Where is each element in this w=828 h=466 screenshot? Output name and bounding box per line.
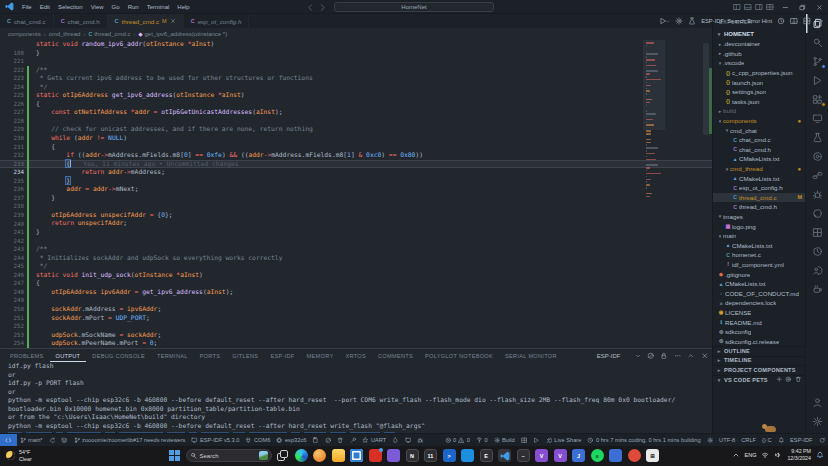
close-panel-icon[interactable] xyxy=(701,352,709,360)
volume-icon[interactable] xyxy=(774,451,782,459)
code-line-222[interactable]: 222 xyxy=(0,57,712,66)
explorer-item-README.md[interactable]: ℹREADME.md xyxy=(713,317,805,327)
code-line-244[interactable]: 244 /** xyxy=(0,245,712,254)
taskbar-app-visual-studio[interactable]: V xyxy=(535,449,548,462)
code-line-239[interactable]: 239 xyxy=(0,202,712,211)
activitybar-history[interactable] xyxy=(806,242,828,261)
taskbar-app-app-white[interactable]: ⊞ xyxy=(646,449,659,462)
panel-tab-comments[interactable]: COMMENTS xyxy=(372,349,419,362)
pet-sprite[interactable] xyxy=(765,426,776,432)
more-action[interactable] xyxy=(816,17,824,25)
minimap[interactable] xyxy=(646,42,662,198)
explorer-item-CODE_OF_CONDUCT.md[interactable]: ↓CODE_OF_CONDUCT.md xyxy=(713,288,805,298)
restore-button[interactable] xyxy=(794,0,811,14)
maximize-panel-icon[interactable] xyxy=(687,352,695,360)
taskbar-app-app-red[interactable] xyxy=(369,449,382,462)
input-language[interactable]: ENG xyxy=(745,452,757,458)
taskbar-app-notion[interactable]: N xyxy=(406,449,419,462)
status-git-branch[interactable]: main* xyxy=(17,434,46,446)
status-gitlens[interactable] xyxy=(58,434,71,446)
code-line-236[interactable]: 236 } xyxy=(0,177,712,186)
code-line-231[interactable]: 231 while (addr != NULL) xyxy=(0,134,712,143)
task-view-button[interactable] xyxy=(277,450,289,462)
taskbar-app-visual-studio-2[interactable]: V xyxy=(554,449,567,462)
tab-chat_cmd.h[interactable]: C chat_cmd.h xyxy=(54,14,108,28)
activitybar-source-control[interactable] xyxy=(806,52,828,71)
activitybar-live-share[interactable] xyxy=(806,261,828,280)
explorer-item-settings.json[interactable]: {}settings.json xyxy=(713,87,805,97)
vscode-pets-area[interactable] xyxy=(713,384,805,433)
taskbar-app-edge[interactable] xyxy=(295,449,308,462)
code-editor[interactable]: 188 static void random_ipv6_addr(otInsta… xyxy=(0,40,712,348)
menu-run[interactable]: Run xyxy=(124,0,143,14)
section-timeline[interactable]: ▸TIMELINE xyxy=(713,356,805,366)
status-tracker-settings[interactable] xyxy=(704,434,717,446)
search-error-hint-button[interactable]: ESP-IDF: Search Error Hint xyxy=(701,18,772,24)
lock-scroll-icon[interactable] xyxy=(660,352,668,360)
menu-help[interactable]: Help xyxy=(173,0,193,14)
explorer-item-cmd_thread[interactable]: ▾cmd_thread ● xyxy=(713,164,805,174)
explorer-item-CMakeLists.txt[interactable]: ▲CMakeLists.txt xyxy=(713,173,805,183)
explorer-item-chat_cmd.c[interactable]: Cchat_cmd.c xyxy=(713,135,805,145)
status-remote-indicator[interactable] xyxy=(0,434,17,446)
panel-tab-serial-monitor[interactable]: SERIAL MONITOR xyxy=(499,349,563,362)
code-line-223[interactable]: 223 /** xyxy=(0,66,712,75)
code-line-232[interactable]: 232 { xyxy=(0,143,712,152)
weather-widget[interactable]: 54°F Clear xyxy=(6,449,32,462)
explorer-item-components[interactable]: ▾components ● xyxy=(713,116,805,126)
back-icon[interactable] xyxy=(306,3,315,12)
code-line-246[interactable]: 246 */ xyxy=(0,262,712,271)
explorer-item-cmd_chat[interactable]: ▾cmd_chat xyxy=(713,125,805,135)
status-pull-request[interactable]: zoooomie/zoomerlib#17 needs reviewers xyxy=(71,434,189,446)
panel-tab-esp-idf[interactable]: ESP-IDF xyxy=(264,349,300,362)
toggle-panel-icon[interactable] xyxy=(744,3,752,11)
history-action[interactable] xyxy=(777,17,785,25)
code-line-235[interactable]: 235 return addr->mAddress; xyxy=(0,168,712,177)
wifi-icon[interactable] xyxy=(761,451,769,459)
status-problems[interactable]: 0 0 xyxy=(442,434,473,446)
explorer-item-launch.json[interactable]: {}launch.json xyxy=(713,77,805,87)
code-line-225[interactable]: 225 */ xyxy=(0,83,712,92)
throw-ball-icon[interactable] xyxy=(785,376,792,383)
run-button[interactable] xyxy=(659,17,670,25)
notification-bell-icon[interactable] xyxy=(816,451,824,459)
status-container-task[interactable] xyxy=(518,434,531,446)
taskbar-app-app-navy[interactable]: J xyxy=(572,449,585,462)
activitybar-testing[interactable] xyxy=(806,128,828,147)
explorer-item-logo.png[interactable]: ▦logo.png xyxy=(713,221,805,231)
activitybar-debug-alt[interactable] xyxy=(806,185,828,204)
status-flash-device[interactable] xyxy=(389,434,402,446)
activitybar-search[interactable] xyxy=(806,33,828,52)
panel-tab-ports[interactable]: PORTS xyxy=(194,349,227,362)
code-line-243[interactable]: 243 xyxy=(0,237,712,246)
status-monitor-device[interactable] xyxy=(402,434,415,446)
explorer-item-c_cpp_properties.json[interactable]: {}c_cpp_properties.json xyxy=(713,68,805,78)
taskbar-app-app-shield2[interactable] xyxy=(609,449,622,462)
code-line-188[interactable]: 188 static void random_ipv6_addr(otInsta… xyxy=(0,40,712,49)
breadcrumb-item[interactable]: ◆get_ipv6_address(otinstance *) xyxy=(138,31,227,37)
breadcrumb-item[interactable]: Cthread_cmd.c xyxy=(88,31,130,37)
activitybar-remote-explorer[interactable] xyxy=(806,109,828,128)
panel-tab-polyglot-notebook[interactable]: POLYGLOT NOTEBOOK xyxy=(419,349,499,362)
code-line-230[interactable]: 230 // check for unicast addresses, and … xyxy=(0,125,712,134)
explorer-item-esp_ot_config.h[interactable]: Cesp_ot_config.h xyxy=(713,183,805,193)
status-device-target[interactable]: esp32c6 xyxy=(273,434,309,446)
code-line-241[interactable]: 241 return unspecifAddr; xyxy=(0,219,712,228)
tab-thread_cmd.c[interactable]: C thread_cmd.c M xyxy=(108,14,184,28)
menu-go[interactable]: Go xyxy=(108,0,124,14)
taskbar-app-spotify[interactable]: ≡ xyxy=(591,449,604,462)
activitybar-pets[interactable] xyxy=(806,280,828,299)
activitybar-espressif[interactable] xyxy=(806,147,828,166)
taskbar-app-photos[interactable] xyxy=(350,449,363,462)
panel-tab-xrtos[interactable]: XRTOS xyxy=(339,349,372,362)
panel-tab-debug-console[interactable]: DEBUG CONSOLE xyxy=(86,349,151,362)
command-center-search[interactable]: HomeNet xyxy=(334,2,494,12)
start-button[interactable] xyxy=(169,450,180,461)
status-encoding[interactable]: UTF-8 xyxy=(716,434,738,446)
taskbar-app-file-explorer[interactable] xyxy=(332,449,345,462)
split-action[interactable] xyxy=(790,17,798,25)
code-line-228[interactable]: 228 const otNetifAddress *addr = otIp6Ge… xyxy=(0,108,712,117)
activitybar-references[interactable] xyxy=(806,166,828,185)
menu-view[interactable]: View xyxy=(87,0,108,14)
code-line-250[interactable]: 250 xyxy=(0,296,712,305)
